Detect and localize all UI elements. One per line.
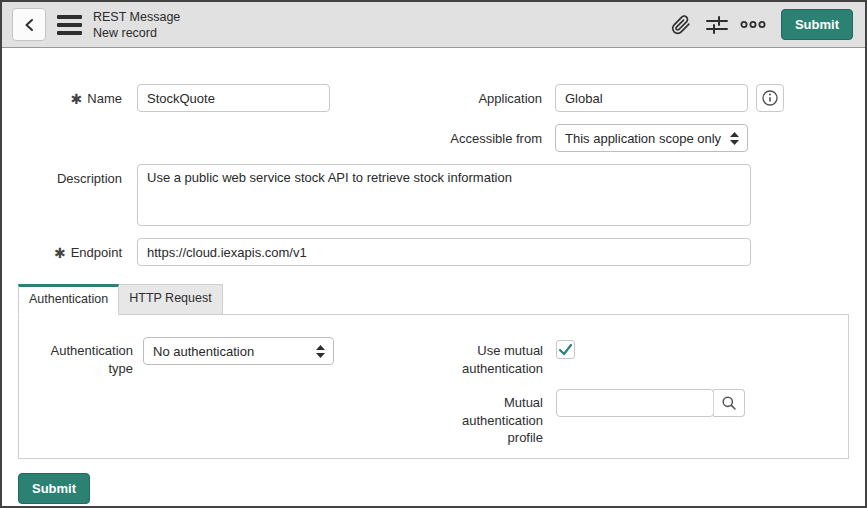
required-marker-icon: ✱: [71, 92, 83, 106]
name-input[interactable]: [137, 84, 330, 112]
authentication-type-select[interactable]: No authentication: [143, 337, 334, 365]
checkmark-icon: [558, 343, 573, 356]
mutual-authentication-profile-label: Mutual authentication profile: [349, 389, 543, 447]
use-mutual-authentication-checkbox[interactable]: [556, 340, 575, 359]
accessible-from-select[interactable]: This application scope only: [555, 124, 748, 152]
hamburger-icon[interactable]: [57, 15, 82, 35]
paperclip-icon[interactable]: [667, 11, 695, 39]
row-accessible-from: Accessible from This application scope o…: [18, 124, 849, 152]
select-arrows-icon: [316, 345, 325, 358]
row-mutual-authentication-profile: Mutual authentication profile: [349, 389, 848, 447]
page-title: REST Message New record: [93, 9, 180, 41]
endpoint-label: ✱ Endpoint: [18, 238, 122, 261]
ellipsis-icon[interactable]: [739, 11, 767, 39]
description-label: Description: [18, 164, 122, 187]
application-input: [555, 84, 748, 112]
endpoint-input[interactable]: [137, 238, 751, 266]
form-header-bar: REST Message New record Submit: [2, 2, 865, 48]
record-subtitle: New record: [93, 25, 180, 41]
tab-http-request[interactable]: HTTP Request: [119, 284, 222, 315]
select-arrows-icon: [730, 132, 739, 145]
submit-button-footer[interactable]: Submit: [18, 473, 90, 504]
row-description: Description Use a public web service sto…: [18, 164, 849, 226]
back-button[interactable]: [12, 8, 46, 41]
description-textarea[interactable]: Use a public web service stock API to re…: [137, 164, 751, 226]
tab-bar: Authentication HTTP Request: [18, 284, 849, 314]
record-type-title: REST Message: [93, 9, 180, 25]
info-icon: [761, 89, 779, 107]
search-icon: [721, 395, 737, 411]
application-label: Application: [382, 84, 542, 107]
tab-authentication[interactable]: Authentication: [18, 284, 119, 315]
sliders-icon[interactable]: [703, 11, 731, 39]
authentication-tab-panel: Authentication type No authentication Us…: [18, 314, 849, 459]
row-use-mutual-authentication: Use mutual authentication: [349, 337, 848, 377]
use-mutual-authentication-label: Use mutual authentication: [349, 337, 543, 377]
chevron-left-icon: [23, 18, 36, 32]
name-label: ✱ Name: [18, 84, 122, 107]
submit-button-header[interactable]: Submit: [781, 9, 853, 40]
mutual-authentication-profile-input[interactable]: [556, 389, 714, 417]
row-name-application: ✱ Name Application: [18, 84, 849, 112]
reference-lookup-button[interactable]: [713, 389, 745, 417]
row-endpoint: ✱ Endpoint: [18, 238, 849, 266]
record-form: ✱ Name Application Accessible from This …: [2, 48, 865, 266]
application-info-button[interactable]: [756, 84, 784, 112]
required-marker-icon: ✱: [54, 246, 66, 260]
authentication-type-label: Authentication type: [19, 337, 133, 377]
accessible-from-label: Accessible from: [382, 124, 542, 147]
form-footer: Submit: [18, 473, 849, 504]
